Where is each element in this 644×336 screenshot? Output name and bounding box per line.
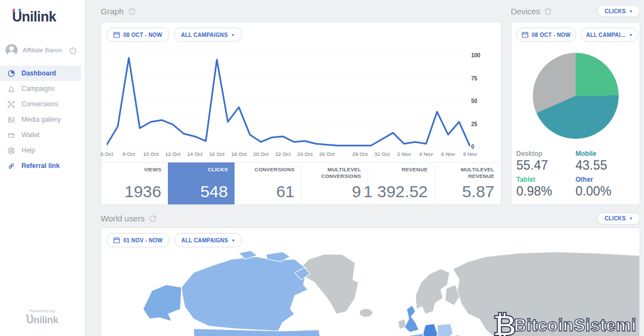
line-chart-svg bbox=[107, 55, 470, 147]
devices-pie-chart[interactable] bbox=[533, 53, 619, 139]
caret-down-icon: ▼ bbox=[231, 33, 235, 37]
sidebar-item-label: Media gallery bbox=[21, 116, 61, 123]
world-users-section: World users CLICKS ▼ 01 NOV - NOW ALL CA… bbox=[101, 209, 640, 336]
stat-clicks[interactable]: CLICKS 548 bbox=[168, 162, 234, 204]
legend-desktop: Desktop 55.47 bbox=[516, 150, 576, 173]
map-germany bbox=[423, 324, 438, 336]
powered-by-logo: Unilink bbox=[26, 315, 58, 326]
world-metric-dropdown[interactable]: CLICKS ▼ bbox=[597, 213, 640, 225]
sidebar-item-dashboard[interactable]: Dashboard bbox=[0, 66, 81, 81]
graph-stats-row: VIEWS 1936 CLICKS 548 CONVERSIONS 61 MUL… bbox=[101, 162, 501, 204]
legend-mobile: Mobile 43.55 bbox=[576, 150, 635, 173]
gallery-icon bbox=[7, 115, 15, 124]
sidebar-item-label: Wallet bbox=[21, 131, 40, 139]
logo-red-tick bbox=[13, 9, 15, 12]
devices-metric-dropdown[interactable]: CLICKS ▼ bbox=[597, 5, 640, 17]
stat-revenue[interactable]: REVENUE 1 392.52 bbox=[368, 162, 434, 204]
sidebar-item-wallet[interactable]: Wallet bbox=[0, 127, 85, 143]
unilink-logo: Unilink bbox=[12, 9, 85, 25]
devices-date-range-button[interactable]: 08 OCT - NOW bbox=[516, 28, 576, 42]
caret-down-icon: ▼ bbox=[231, 239, 235, 242]
user-name: Affiliate Baron bbox=[23, 47, 69, 53]
world-map[interactable]: ₿ BitcoinSistemi .com bbox=[101, 251, 640, 336]
lifebuoy-icon bbox=[7, 146, 15, 155]
map-poland bbox=[438, 324, 453, 336]
graph-campaigns-dropdown[interactable]: ALL CAMPAIGNS ▼ bbox=[174, 28, 242, 42]
avatar bbox=[6, 44, 18, 56]
world-users-card: 01 NOV - NOW ALL CAMPAIGNS ▼ bbox=[101, 227, 640, 336]
wallet-icon bbox=[7, 131, 15, 139]
stat-conversions[interactable]: CONVERSIONS 61 bbox=[234, 162, 301, 204]
map-uk bbox=[405, 306, 419, 333]
sidebar-item-help[interactable]: Help bbox=[0, 143, 85, 158]
network-icon bbox=[7, 100, 15, 109]
sidebar-item-label: Conversions bbox=[21, 100, 58, 108]
line-chart[interactable]: 0255075100 6 Oct8 Oct10 Oct12 Oct14 Oct1… bbox=[105, 47, 498, 162]
main-content: Graph 08 OCT - NOW ALL CAMPAIGNS ▼ bbox=[85, 0, 644, 336]
user-row: Affiliate Baron bbox=[0, 39, 85, 61]
sidebar-item-label: Help bbox=[21, 147, 35, 154]
devices-title: Devices bbox=[511, 7, 540, 16]
world-date-range-button[interactable]: 01 NOV - NOW bbox=[106, 233, 170, 247]
x-axis-labels: 6 Oct8 Oct10 Oct12 Oct14 Oct16 Oct18 Oct… bbox=[107, 151, 470, 158]
powered-by-block: Powered by Unilink bbox=[0, 308, 85, 326]
sidebar-item-referral-link[interactable]: Referral link bbox=[0, 158, 85, 174]
legend-tablet: Tablet 0.98% bbox=[516, 176, 576, 199]
y-axis-labels: 0255075100 bbox=[471, 55, 488, 147]
legend-other: Other 0.00% bbox=[576, 176, 635, 199]
sidebar-item-campaigns[interactable]: Campaigns bbox=[0, 81, 85, 96]
logo-blue-tick bbox=[19, 9, 21, 12]
map-russia-asia bbox=[453, 252, 640, 336]
sidebar-item-label: Campaigns bbox=[21, 85, 55, 93]
refresh-icon[interactable] bbox=[128, 8, 135, 15]
dashboard-icon bbox=[7, 69, 15, 78]
refresh-icon[interactable] bbox=[544, 8, 552, 15]
stat-multilevel-conversions[interactable]: MULTILEVEL CONVERSIONS 9 bbox=[301, 162, 368, 204]
sidebar-item-label: Dashboard bbox=[21, 69, 56, 77]
sidebar-item-label: Referral link bbox=[21, 162, 59, 170]
graph-card: 08 OCT - NOW ALL CAMPAIGNS ▼ 0255075100 … bbox=[101, 22, 501, 205]
stat-multilevel-revenue[interactable]: MULTILEVEL REVENUE 5.87 bbox=[434, 162, 501, 204]
sidebar-menu: Dashboard Campaigns Conversions Media ga… bbox=[0, 66, 85, 174]
map-scandinavia bbox=[416, 269, 450, 314]
sidebar-item-media-gallery[interactable]: Media gallery bbox=[0, 112, 85, 127]
devices-card: 08 OCT - NOW ALL CAMPAI... ▼ Desktop 55.… bbox=[511, 22, 640, 205]
sidebar-item-conversions[interactable]: Conversions bbox=[0, 96, 85, 112]
link-icon bbox=[7, 161, 15, 170]
powered-by-label: Powered by bbox=[0, 308, 85, 313]
map-greenland bbox=[299, 254, 358, 314]
caret-down-icon: ▼ bbox=[629, 216, 633, 220]
map-alaska bbox=[143, 285, 182, 321]
graph-section: Graph 08 OCT - NOW ALL CAMPAIGNS ▼ bbox=[101, 0, 501, 205]
caret-down-icon: ▼ bbox=[629, 9, 633, 13]
map-canada bbox=[182, 257, 308, 331]
graph-date-range-button[interactable]: 08 OCT - NOW bbox=[106, 28, 170, 42]
graph-title: Graph bbox=[101, 7, 124, 16]
sidebar: Unilink Affiliate Baron Dashboard Campai… bbox=[0, 0, 85, 336]
devices-campaigns-dropdown[interactable]: ALL CAMPAI... ▼ bbox=[581, 28, 638, 42]
logout-power-icon[interactable] bbox=[69, 46, 77, 55]
world-users-title: World users bbox=[101, 214, 145, 223]
map-iceland bbox=[359, 308, 373, 317]
refresh-icon[interactable] bbox=[149, 215, 156, 222]
devices-section: Devices CLICKS ▼ 08 OCT - NOW bbox=[511, 0, 640, 205]
devices-legend: Desktop 55.47 Mobile 43.55 Tablet 0.98% … bbox=[511, 150, 640, 204]
caret-down-icon: ▼ bbox=[629, 33, 632, 37]
world-campaigns-dropdown[interactable]: ALL CAMPAIGNS ▼ bbox=[174, 233, 242, 247]
stat-views[interactable]: VIEWS 1936 bbox=[101, 162, 168, 204]
bell-icon bbox=[7, 84, 15, 93]
